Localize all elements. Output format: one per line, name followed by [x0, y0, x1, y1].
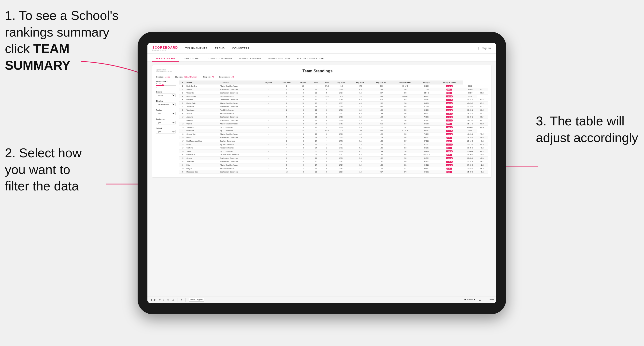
logo-area: SCOREBOARD Powered by clippi	[152, 46, 178, 51]
division-filter-group: Division NCAA Division I NCAA Division I…	[156, 100, 176, 106]
table-row: 22GeorgiaSoutheastern Conference-8721127…	[179, 157, 488, 160]
filters-row: Gender: Men's Division: NCAA Division I …	[156, 76, 488, 78]
table-row: 26Mississippi StateSoutheastern Conferen…	[179, 170, 488, 174]
tab-team-summary[interactable]: TEAM SUMMARY	[152, 56, 179, 62]
table-row: 6Florida StateAtlantic Coast Conference-…	[179, 102, 488, 105]
table-row: 1North CarolinaAtlantic Coast Conference…	[179, 84, 488, 88]
table-row: 9ArizonaPac-12 Conference-28234276.3-6.6…	[179, 112, 488, 115]
watch-chevron: ▼	[474, 299, 476, 301]
update-date: 27/03/2024 16:56:26	[156, 71, 172, 72]
back-icon[interactable]: ◀	[150, 298, 152, 301]
tablet-screen: SCOREBOARD Powered by clippi TOURNAMENTS…	[148, 43, 496, 303]
region-filter-group: Region N/A All	[156, 109, 176, 115]
col-school: School	[186, 80, 219, 84]
view-original-button[interactable]: View: Original	[189, 298, 204, 302]
col-no-tour: No Tour	[296, 80, 310, 84]
division-select[interactable]: NCAA Division I NCAA Division II NCAA Di…	[156, 103, 176, 106]
col-overall: Overall Record	[393, 80, 418, 84]
tab-team-h2h-grid[interactable]: TEAM H2H GRID	[179, 56, 205, 62]
rank-slider[interactable]	[156, 85, 176, 86]
region-filter-display: Region: All	[203, 76, 214, 78]
table-row: 2AuburnSoutheastern Conference-19276273.…	[179, 88, 488, 91]
sign-out-button[interactable]: Sign out	[478, 47, 492, 50]
watch-button[interactable]: 👁 Watch ▼	[464, 299, 475, 301]
table-row: 10AlabamaSoutheastern Conference-5623327…	[179, 115, 488, 119]
logo-title: SCOREBOARD	[152, 46, 178, 49]
grid-icon[interactable]: ☷	[479, 298, 481, 301]
nav-teams[interactable]: TEAMS	[215, 47, 224, 50]
division-filter-display: Division: NCAA Division I	[175, 76, 198, 78]
sub-nav: TEAM SUMMARY TEAM H2H GRID TEAM H2H HEAT…	[148, 54, 496, 62]
col-reg-rank: Reg Rank	[260, 80, 278, 84]
bottom-toolbar: ◀ ▶ ↻ ⌂ ☆ ❐ ● View: Original 👁 Watch ▼ ☷…	[148, 296, 496, 303]
region-select[interactable]: N/A All	[156, 112, 176, 115]
table-row: 23Texas A&MSoutheastern Conference-91030…	[179, 160, 488, 164]
table-row: 11ArkansasSoutheastern Conference-682382…	[179, 119, 488, 122]
tablet-frame: SCOREBOARD Powered by clippi TOURNAMENTS…	[138, 32, 506, 314]
table-row: 7TennesseeSoutheastern Conference-461822…	[179, 105, 488, 108]
table-row: 8WashingtonPac-12 Conference-28231276.3-…	[179, 108, 488, 112]
watch-label: Watch	[467, 299, 472, 301]
toolbar-separator-2	[185, 298, 186, 302]
conference-filter-group: Conference (All)	[156, 118, 176, 124]
tab-player-summary[interactable]: PLAYER SUMMARY	[236, 56, 265, 62]
col-rank: #	[179, 80, 186, 84]
card-title: Team Standings	[172, 69, 463, 73]
refresh-icon[interactable]: ↻	[159, 298, 161, 301]
home-icon[interactable]: ⌂	[163, 298, 164, 301]
table-row: 14OklahomaBig 12 Conference-2242276.5-4.…	[179, 129, 488, 133]
table-row: 16FloridaSoutheastern Conference-7924427…	[179, 136, 488, 139]
table-row: 15Georgia TechAtlantic Coast Conference-…	[179, 133, 488, 136]
table-row: 18IllinoisBig Ten Conference-19271279.1-…	[179, 143, 488, 146]
table-row: 25OregonPac-12 Conference-87210279.5-3.1…	[179, 167, 488, 170]
school-filter-group: School (All)	[156, 127, 176, 134]
gender-select[interactable]: Men's Women's	[156, 94, 176, 97]
bookmark-icon[interactable]: ☆	[167, 298, 169, 301]
tab-player-h2h-heatmap[interactable]: PLAYER H2H HEATMAP	[294, 56, 327, 62]
table-row: 12VirginiaAtlantic Coast Conference-3824…	[179, 122, 488, 126]
sidebar-filters: Minimum Ro... 4 - 30 0	[156, 80, 176, 174]
tab-player-h2h-grid[interactable]: PLAYER H2H GRID	[265, 56, 294, 62]
col-conf-rank: Conf Rank	[278, 80, 296, 84]
clock-icon[interactable]: ●	[180, 298, 182, 301]
forward-icon[interactable]: ▶	[154, 298, 156, 301]
table-row: 3VanderbiltSoutheastern Conference-25235…	[179, 91, 488, 95]
card-header: Update time: 27/03/2024 16:56:26 Team St…	[156, 69, 488, 73]
rank-range-inputs: 4 - 30	[156, 83, 176, 84]
nav-committee[interactable]: COMMITTEE	[232, 47, 250, 50]
update-time-area: Update time: 27/03/2024 16:56:26	[156, 69, 172, 72]
table-row: 21New MexicoMountain West Conference-193…	[179, 153, 488, 157]
share-icon-toolbar[interactable]: ⋮	[484, 298, 486, 301]
col-vs-top50: Vs Top 50 Points	[436, 80, 464, 84]
instruction-2: 2. Select how you want to filter the dat…	[5, 145, 108, 195]
col-avg-low: Avg. Low Rd.	[370, 80, 392, 84]
conference-select[interactable]: (All)	[156, 121, 176, 124]
table-row: 13Texas TechBig 12 Conference-19272276.0…	[179, 126, 488, 129]
conference-filter-display: Conference: All	[219, 76, 234, 78]
share-button[interactable]: Share	[489, 299, 494, 301]
instruction-3: 3. The table will adjust accordingly	[536, 113, 639, 146]
tab-team-h2h-heatmap[interactable]: TEAM H2H HEATMAP	[205, 56, 236, 62]
school-select[interactable]: (All)	[156, 130, 176, 134]
standings-table: # School Conference Reg Rank Conf Rank N…	[179, 80, 488, 174]
min-rank-filter: Minimum Ro... 4 - 30 0	[156, 80, 176, 88]
nav-links: TOURNAMENTS TEAMS COMMITTEE	[185, 47, 478, 50]
table-row: 19CaliforniaPac-12 Conference-48242278.2…	[179, 146, 488, 150]
eye-icon: 👁	[464, 299, 466, 301]
table-row: 5Ole MissSoutheastern Conference-3618127…	[179, 98, 488, 102]
col-vs-top25: Vs Top 25	[418, 80, 435, 84]
app-header: SCOREBOARD Powered by clippi TOURNAMENTS…	[148, 43, 496, 54]
logo-sub: Powered by clippi	[152, 49, 178, 51]
table-area: # School Conference Reg Rank Conf Rank N…	[179, 80, 488, 174]
col-conference: Conference	[219, 80, 260, 84]
update-time-label: Update time:	[156, 69, 172, 71]
col-adj-score: Adj. Score	[332, 80, 350, 84]
col-avg-par: Avg. to Par	[350, 80, 370, 84]
content-card: Update time: 27/03/2024 16:56:26 Team St…	[152, 65, 492, 177]
nav-tournaments[interactable]: TOURNAMENTS	[185, 47, 208, 50]
col-rnds: Rnds	[310, 80, 322, 84]
gender-filter-display: Gender: Men's	[156, 76, 170, 78]
rank-slider-zero: 0	[156, 87, 176, 88]
copy-icon[interactable]: ❐	[172, 298, 174, 301]
table-row: 24DukeAtlantic Coast Conference-59271279…	[179, 164, 488, 167]
